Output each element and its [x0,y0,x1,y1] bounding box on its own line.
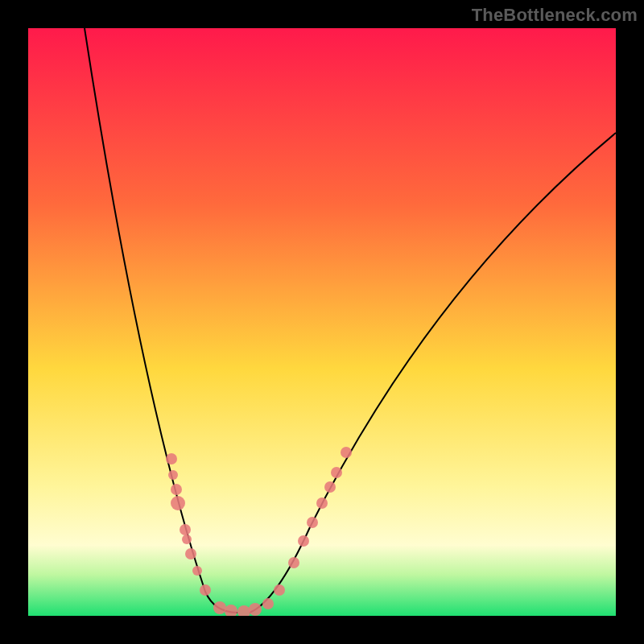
scatter-dot [324,481,336,493]
scatter-dot [237,605,250,616]
scatter-dot [168,470,178,480]
scatter-dot [307,517,318,528]
scatter-dot [166,453,177,464]
scatter-dot [341,447,352,458]
scatter-dot [213,601,226,614]
plot-area [28,28,616,616]
chart-svg [28,28,616,616]
scatter-dot [262,598,274,609]
scatter-dot [274,584,285,596]
scatter-dot [185,548,196,559]
outer-frame: TheBottleneck.com [0,0,644,644]
scatter-dot [171,496,185,510]
scatter-dot [298,535,309,547]
scatter-dot [171,484,182,495]
scatter-dot [288,557,299,568]
scatter-dot [331,467,342,478]
scatter-dot [316,497,328,509]
scatter-dot [192,566,202,576]
scatter-dot [200,584,211,596]
scatter-dot [182,535,192,544]
scatter-dot [180,524,191,535]
scatter-dot [225,605,237,616]
scatter-dots [166,447,352,616]
scatter-dot [249,603,262,616]
left-curve [85,28,237,613]
watermark-text: TheBottleneck.com [472,5,638,26]
